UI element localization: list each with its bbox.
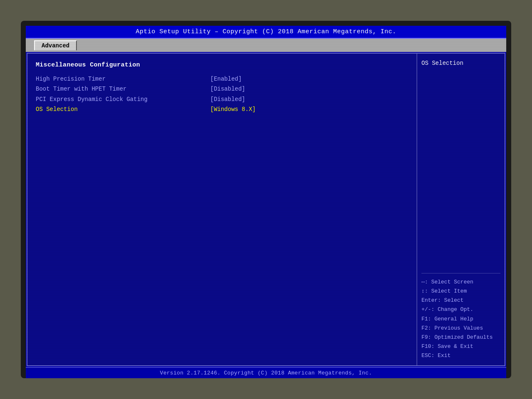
key-help-change: +/-: Change Opt. (421, 305, 500, 314)
row-high-precision-timer[interactable]: High Precision Timer [Enabled] (36, 74, 408, 84)
label-boot-timer: Boot Timer with HPET Timer (36, 84, 210, 94)
title-bar: Aptio Setup Utility – Copyright (C) 2018… (26, 26, 506, 39)
value-pci-clock: [Disabled] (210, 95, 245, 104)
bios-screen: Aptio Setup Utility – Copyright (C) 2018… (26, 26, 506, 378)
main-panel: Miscellaneous Configuration High Precisi… (27, 54, 417, 365)
section-title: Miscellaneous Configuration (36, 60, 408, 70)
content-area: Miscellaneous Configuration High Precisi… (27, 53, 505, 366)
value-os-selection: [Windows 8.X] (210, 105, 256, 114)
label-high-precision-timer: High Precision Timer (36, 74, 210, 84)
label-pci-clock: PCI Express Dynamic Clock Gating (36, 95, 210, 104)
row-boot-timer[interactable]: Boot Timer with HPET Timer [Disabled] (36, 84, 408, 94)
row-pci-clock[interactable]: PCI Express Dynamic Clock Gating [Disabl… (36, 95, 408, 104)
side-help-title: OS Selection (421, 59, 500, 69)
side-panel: OS Selection ↔: Select Screen ↕: Select … (417, 54, 505, 365)
key-help-enter: Enter: Select (421, 296, 500, 305)
key-help-f2: F2: Previous Values (421, 324, 500, 333)
label-os-selection: OS Selection (36, 105, 210, 114)
value-high-precision-timer: [Enabled] (210, 74, 242, 84)
value-boot-timer: [Disabled] (210, 84, 245, 94)
key-help-select-screen: ↔: Select Screen (421, 278, 500, 287)
monitor: Aptio Setup Utility – Copyright (C) 2018… (21, 21, 511, 378)
footer-bar: Version 2.17.1246. Copyright (C) 2018 Am… (26, 367, 506, 378)
menu-bar[interactable]: Advanced (26, 39, 506, 52)
key-help-esc: ESC: Exit (421, 351, 500, 360)
tab-advanced[interactable]: Advanced (34, 40, 77, 50)
key-help-f10: F10: Save & Exit (421, 342, 500, 351)
key-help-section: ↔: Select Screen ↕: Select Item Enter: S… (421, 273, 500, 360)
key-help-select-item: ↕: Select Item (421, 287, 500, 296)
row-os-selection[interactable]: OS Selection [Windows 8.X] (36, 105, 408, 114)
footer-text: Version 2.17.1246. Copyright (C) 2018 Am… (160, 370, 372, 376)
key-help-f1: F1: General Help (421, 315, 500, 324)
title-text: Aptio Setup Utility – Copyright (C) 2018… (135, 28, 396, 35)
key-help-f9: F9: Optimized Defaults (421, 333, 500, 342)
